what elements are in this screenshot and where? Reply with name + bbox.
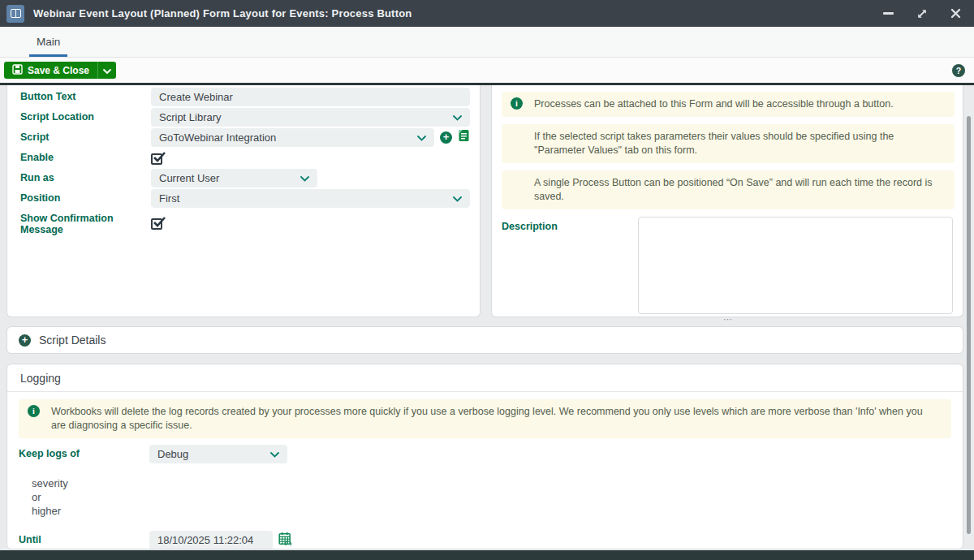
form-row: Enable bbox=[20, 148, 470, 167]
chevron-down-icon bbox=[103, 63, 111, 78]
process-button-form-panel: Button Text Create Webinar Script Locati… bbox=[6, 85, 481, 317]
window-title: Webinar Event Layout (Planned) Form Layo… bbox=[33, 7, 412, 19]
info-icon: i bbox=[511, 97, 523, 110]
until-datetime-input[interactable]: 18/10/2025 11:22:04 bbox=[149, 531, 273, 549]
expand-plus-icon[interactable]: + bbox=[19, 334, 31, 347]
window-layout-icon bbox=[6, 5, 24, 23]
form-row: Button Text Create Webinar bbox=[20, 87, 470, 106]
textarea-resize-handle[interactable]: ⋯ bbox=[502, 315, 955, 323]
script-location-label: Script Location bbox=[20, 107, 151, 127]
close-icon[interactable] bbox=[950, 8, 961, 19]
script-label: Script bbox=[20, 127, 151, 147]
run-as-label: Run as bbox=[20, 168, 151, 187]
keep-logs-of-select[interactable]: Debug bbox=[149, 445, 287, 463]
info-note: If the selected script takes parameters … bbox=[502, 124, 955, 163]
chevron-down-icon bbox=[417, 131, 426, 144]
window-bottom-edge bbox=[0, 550, 974, 560]
form-row: Until 18/10/2025 11:22:04 bbox=[19, 530, 951, 549]
script-location-select[interactable]: Script Library bbox=[151, 108, 470, 127]
run-as-select[interactable]: Current User bbox=[151, 169, 317, 187]
chevron-down-icon bbox=[453, 192, 462, 205]
form-row: Run as Current User bbox=[20, 168, 470, 187]
severity-note: severity or higher bbox=[32, 476, 951, 518]
help-icon[interactable]: ? bbox=[952, 64, 965, 77]
save-options-dropdown-button[interactable] bbox=[97, 62, 116, 79]
save-close-split-button: Save & Close bbox=[4, 62, 116, 79]
form-row: Description bbox=[502, 217, 955, 314]
save-icon bbox=[12, 64, 23, 77]
logging-section: Logging i Workbooks will delete the log … bbox=[6, 364, 963, 549]
show-confirmation-checkbox[interactable] bbox=[151, 218, 162, 230]
info-note: A single Process Button can be positione… bbox=[502, 170, 955, 209]
enable-label: Enable bbox=[20, 148, 151, 167]
keep-logs-of-label: Keep logs of bbox=[19, 444, 149, 463]
save-close-label: Save & Close bbox=[28, 65, 89, 76]
until-label: Until bbox=[19, 530, 149, 549]
form-row: Script GoToWebinar Integration + bbox=[20, 127, 470, 147]
logging-info-note: i Workbooks will delete the log records … bbox=[19, 399, 951, 438]
form-row: Position First bbox=[20, 188, 470, 208]
logging-header: Logging bbox=[7, 364, 963, 392]
minimize-button[interactable] bbox=[883, 12, 894, 15]
document-icon bbox=[458, 129, 470, 145]
window-titlebar: Webinar Event Layout (Planned) Form Layo… bbox=[0, 0, 974, 27]
chevron-down-icon bbox=[270, 448, 279, 460]
process-info-panel: i Processes can be attached to this Form… bbox=[491, 85, 963, 317]
script-details-section[interactable]: + Script Details bbox=[6, 326, 963, 354]
form-row: Keep logs of Debug bbox=[19, 444, 951, 463]
add-script-button[interactable]: + bbox=[440, 131, 452, 144]
description-label: Description bbox=[502, 217, 638, 314]
enable-checkbox[interactable] bbox=[151, 153, 162, 165]
maximize-icon[interactable] bbox=[916, 8, 928, 19]
calendar-icon bbox=[278, 532, 292, 549]
script-details-title: Script Details bbox=[39, 334, 106, 347]
button-text-input[interactable]: Create Webinar bbox=[151, 88, 470, 106]
tab-strip: Main bbox=[0, 27, 974, 58]
info-note: i Processes can be attached to this Form… bbox=[502, 92, 955, 117]
form-row: Show Confirmation Message bbox=[20, 209, 470, 235]
calendar-picker-button[interactable] bbox=[278, 532, 292, 549]
tab-main[interactable]: Main bbox=[29, 27, 67, 57]
info-icon: i bbox=[28, 405, 40, 417]
chevron-down-icon bbox=[453, 111, 462, 123]
vertical-scrollbar[interactable] bbox=[967, 116, 971, 534]
show-confirmation-label: Show Confirmation Message bbox=[20, 209, 151, 235]
button-text-label: Button Text bbox=[20, 87, 151, 106]
script-select[interactable]: GoToWebinar Integration bbox=[151, 128, 434, 147]
open-script-document-button[interactable] bbox=[458, 129, 470, 145]
toolbar: Save & Close ? bbox=[0, 58, 974, 83]
save-close-button[interactable]: Save & Close bbox=[4, 62, 97, 79]
position-select[interactable]: First bbox=[151, 189, 470, 208]
description-textarea[interactable] bbox=[638, 217, 953, 314]
position-label: Position bbox=[20, 188, 151, 208]
logging-title: Logging bbox=[20, 372, 950, 385]
form-row: Script Location Script Library bbox=[20, 107, 470, 127]
plus-circle-icon: + bbox=[440, 131, 452, 144]
chevron-down-icon bbox=[300, 172, 309, 184]
main-content: Button Text Create Webinar Script Locati… bbox=[0, 85, 974, 550]
